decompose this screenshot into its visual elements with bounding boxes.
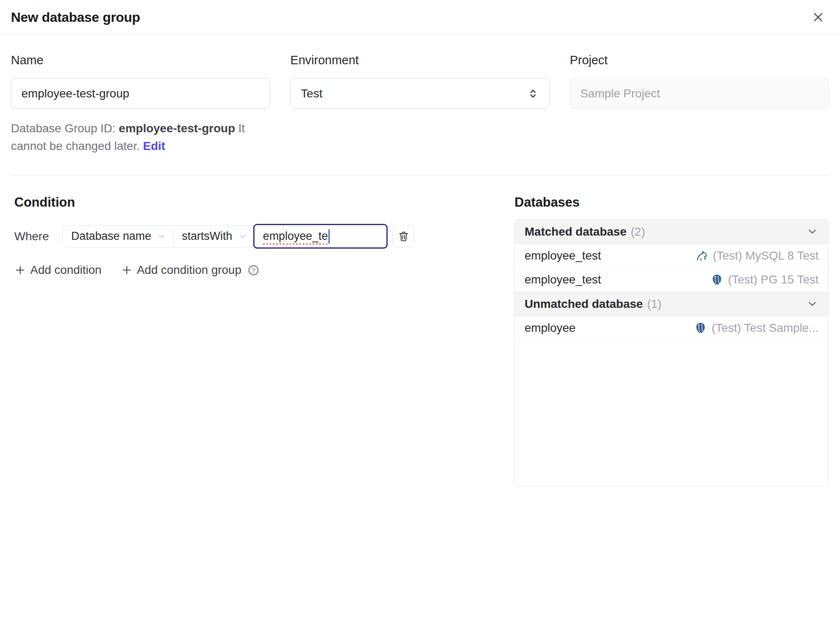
edit-id-link[interactable]: Edit (143, 139, 165, 152)
unmatched-database-count: (1) (647, 297, 662, 311)
main-area: Condition Where Database name startsWith (0, 176, 840, 486)
help-icon[interactable]: ? (247, 264, 260, 276)
add-condition-button[interactable]: Add condition (14, 263, 102, 277)
databases-panel: Matched database (2) employee_test (514, 219, 829, 486)
database-instance: (Test) PG 15 Test (711, 273, 819, 286)
condition-value-input[interactable]: employee_te (253, 224, 388, 249)
condition-expression-group: Database name startsWith employee_te (62, 225, 387, 247)
group-form: Name Environment Test Project (0, 35, 840, 109)
chevron-down-icon (806, 226, 819, 238)
close-icon (811, 10, 825, 24)
id-help-prefix: Database Group ID: (11, 122, 119, 135)
table-row: employee_test (Test) PG 15 Test (515, 268, 828, 292)
table-row: employee_test (Test) MySQL 8 Test (515, 244, 828, 268)
condition-actions: Add condition Add condition group ? (14, 263, 514, 277)
chevron-down-icon (156, 231, 167, 242)
chevron-down-icon (806, 298, 819, 310)
trash-icon (397, 230, 410, 243)
database-instance: (Test) MySQL 8 Test (696, 249, 819, 262)
select-updown-icon (527, 87, 539, 100)
condition-field-dropdown[interactable]: Database name (63, 226, 173, 247)
database-instance: (Test) Test Sample... (694, 321, 819, 335)
database-group-id-value: employee-test-group (119, 122, 235, 135)
plus-icon (14, 264, 26, 276)
add-condition-group-label: Add condition group (137, 263, 242, 277)
environment-label: Environment (290, 53, 549, 67)
matched-database-count: (2) (631, 225, 645, 239)
database-name: employee_test (525, 249, 601, 262)
postgresql-icon (694, 322, 707, 334)
unmatched-database-header[interactable]: Unmatched database (1) (515, 292, 828, 316)
databases-heading: Databases (514, 195, 829, 210)
condition-row: Where Database name startsWith employee_… (14, 225, 514, 247)
text-cursor (328, 229, 330, 244)
name-label: Name (11, 53, 270, 67)
condition-value-text: employee_te (263, 230, 328, 243)
mysql-icon (696, 249, 708, 262)
postgresql-icon (711, 273, 723, 286)
databases-section: Databases Matched database (2) employee_… (514, 195, 829, 486)
instance-label: (Test) PG 15 Test (728, 273, 819, 286)
add-condition-group-button[interactable]: Add condition group (121, 263, 242, 277)
project-label: Project (570, 53, 829, 67)
condition-section: Condition Where Database name startsWith (11, 195, 514, 277)
instance-label: (Test) MySQL 8 Test (713, 249, 819, 262)
database-name: employee (525, 321, 575, 335)
instance-label: (Test) Test Sample... (711, 321, 819, 335)
dialog-header: New database group (0, 0, 840, 35)
environment-select[interactable]: Test (290, 78, 549, 109)
name-field-block: Name (11, 53, 270, 109)
environment-selected-value: Test (301, 87, 322, 100)
chevron-down-icon (237, 231, 248, 242)
matched-database-title: Matched database (525, 225, 627, 239)
unmatched-database-title: Unmatched database (525, 297, 643, 311)
project-input (570, 78, 829, 109)
database-name: employee_test (525, 273, 601, 286)
svg-text:?: ? (252, 266, 255, 273)
project-field-block: Project (570, 53, 829, 109)
plus-icon (121, 264, 133, 276)
delete-condition-button[interactable] (392, 225, 415, 247)
environment-field-block: Environment Test (290, 53, 549, 109)
database-group-id-help: Database Group ID: employee-test-group I… (11, 120, 283, 155)
page-title: New database group (11, 10, 140, 25)
condition-operator-dropdown[interactable]: startsWith (173, 226, 254, 247)
condition-operator-value: startsWith (182, 230, 232, 243)
condition-field-value: Database name (71, 230, 151, 243)
add-condition-label: Add condition (30, 263, 102, 277)
name-input[interactable] (11, 78, 270, 109)
table-row: employee (Test) Test Sample... (515, 316, 828, 340)
matched-database-header[interactable]: Matched database (2) (515, 220, 828, 244)
close-button[interactable] (809, 8, 827, 26)
where-label: Where (14, 230, 49, 243)
condition-heading: Condition (14, 195, 514, 210)
